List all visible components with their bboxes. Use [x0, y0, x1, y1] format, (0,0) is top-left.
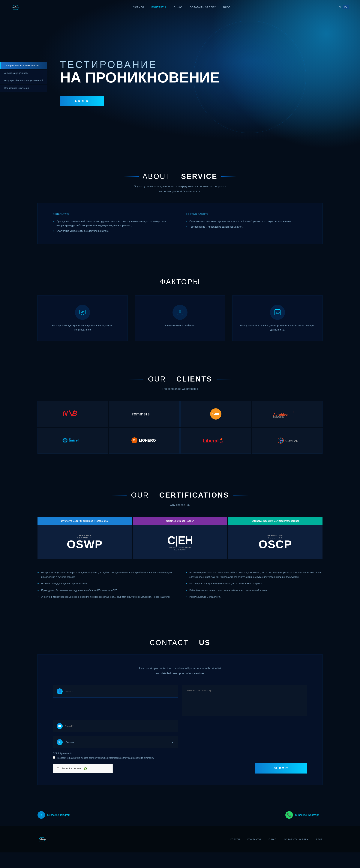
email-input[interactable]: [65, 725, 174, 727]
nav-item-blog[interactable]: БЛОГ: [223, 6, 231, 9]
factor-icon-3: [270, 305, 285, 320]
nav-item-order[interactable]: ОСТАВИТЬ ЗАЯВКУ: [190, 6, 216, 9]
certs-deco-right: [234, 495, 248, 495]
submit-button[interactable]: SUBMIT: [255, 764, 307, 774]
cert-point-left-4: Участие в международных соревнованиях по…: [37, 595, 174, 599]
recaptcha-box[interactable]: I'm not a human ♻️: [53, 764, 113, 773]
cert-oscp-body: OFFENSIVE° SECURITY OSCP: [228, 525, 323, 559]
sidebar-item-analysis[interactable]: Анализ защищённости: [0, 69, 47, 77]
nav-item-contacts[interactable]: КОНТАКТЫ: [151, 6, 166, 9]
svg-text:AWILLIX: AWILLIX: [39, 839, 46, 841]
cert-card-ceh: Certified Ethical Hacker C|EH Certified …: [133, 517, 227, 559]
cert-oswp-content: OFFENSIVE° SECURITY OSWP: [67, 534, 102, 550]
footer-nav-contacts[interactable]: КОНТАКТЫ: [247, 838, 261, 841]
sidebar-item-social[interactable]: Социальная инженерия: [0, 85, 47, 92]
name-icon: 👤: [57, 688, 63, 694]
cert-point-left-2: Наличие международных сертификатов: [37, 581, 174, 586]
clients-deco-left: [128, 379, 144, 379]
footer-nav-about[interactable]: О НАС: [269, 838, 276, 841]
about-columns: РЕЗУЛЬТАТ: Проведение фишинговой атаки н…: [53, 213, 307, 235]
hero-section: Тестирование на проникновение Анализ защ…: [0, 0, 360, 154]
clients-deco-right: [216, 379, 232, 379]
lang-ru-btn[interactable]: РУ: [343, 5, 349, 9]
cert-ceh-body: C|EH Certified Ethical HackerEC-Council: [133, 525, 227, 559]
footer-nav-order[interactable]: ОСТАВИТЬ ЗАЯВКУ: [284, 838, 308, 841]
gdpr-label: GDPR Agreement *: [53, 752, 72, 755]
social-section: ✈ Subscribe Telegram › 📞 Subscribe Whats…: [0, 804, 360, 826]
footer: AWILLIX УСЛУГИ КОНТАКТЫ О НАС ОСТАВИТЬ З…: [0, 826, 360, 852]
name-input[interactable]: [65, 690, 174, 693]
gdpr-section: GDPR Agreement * I consent to having thi…: [53, 752, 307, 760]
client-card-aerohive: Aerohive ✦ NETWORKS: [252, 401, 323, 427]
service-select[interactable]: Service Тестирование на проникновение Ан…: [65, 741, 174, 744]
factors-grid: Если организация хранит конфиденциальные…: [37, 295, 323, 341]
nav-item-about[interactable]: О НАС: [174, 6, 182, 9]
footer-nav-services[interactable]: УСЛУГИ: [230, 838, 240, 841]
factor-card-1: Если организация хранит конфиденциальные…: [37, 295, 127, 341]
certs-info: Не просто запускаем сканеры и выдаём рез…: [37, 570, 323, 601]
cert-oscp-top: OFFENSIVE°: [259, 534, 292, 536]
whatsapp-arrow: ›: [322, 813, 323, 816]
composition-item-1: Согласование списка атакуемых пользовате…: [186, 219, 307, 223]
certs-header: OUR CERTIFICATIONS Why choose us?: [37, 491, 323, 507]
recaptcha-label: I'm not a human: [62, 767, 81, 770]
factor-card-2: Наличие личного кабинета: [135, 295, 225, 341]
telegram-label: Subscribe Telegram: [47, 813, 70, 816]
contact-header: CONTACT US: [37, 639, 323, 647]
certs-right-list: Возможно рассказать о таком типе киберат…: [186, 570, 323, 601]
factors-heading: ФАКТОРЫ: [160, 278, 200, 286]
gdpr-text: I consent to having this website store m…: [57, 756, 154, 760]
message-input[interactable]: [186, 689, 303, 712]
svg-rect-10: [276, 312, 277, 313]
svg-text:N: N: [63, 409, 68, 417]
cert-oswp-body: OFFENSIVE° SECURITY OSWP: [37, 525, 132, 559]
cert-oscp-header: Offensive Security Certified Professiona…: [228, 517, 323, 525]
telegram-link[interactable]: ✈ Subscribe Telegram ›: [37, 811, 73, 819]
certs-heading: OUR CERTIFICATIONS: [131, 491, 229, 499]
client-card-liberal: Liberal 🍁 .ca: [180, 428, 251, 454]
gdpr-checkbox[interactable]: [53, 756, 55, 759]
order-button[interactable]: ORDER: [60, 96, 104, 106]
about-heading-bold: SERVICE: [181, 173, 217, 181]
svg-text:.ca: .ca: [219, 440, 223, 443]
contact-form-wrapper: Use our simple contact form and we will …: [37, 654, 323, 785]
lang-en-btn[interactable]: EN: [337, 6, 341, 8]
cert-oswp-header: Offensive Security Wireless Professional: [37, 517, 132, 525]
name-field-wrapper: 👤: [53, 685, 178, 698]
whatsapp-link[interactable]: 📞 Subscribe Whatsapp ›: [286, 811, 323, 819]
nav-right: EN РУ: [337, 5, 349, 9]
client-card-gulf: Gulf: [180, 401, 251, 427]
telegram-arrow: ›: [72, 813, 73, 816]
recaptcha-checkbox[interactable]: [57, 767, 59, 770]
about-section: ABOUT SERVICE Оценка уровня осведомлённо…: [0, 154, 360, 263]
client-logo-gulf: Gulf: [210, 408, 221, 420]
factor-text-1: Если организация хранит конфиденциальные…: [43, 323, 122, 332]
client-card-nb: N B: [37, 401, 108, 427]
clients-subtitle: The companies we protected: [37, 386, 323, 391]
about-content: РЕЗУЛЬТАТ: Проведение фишинговой атаки н…: [37, 203, 323, 244]
svg-rect-11: [278, 312, 279, 313]
footer-nav-blog[interactable]: БЛОГ: [316, 838, 323, 841]
factor-text-3: Если у вас есть страницы, в которые поль…: [238, 323, 317, 332]
factor-icon-2: [173, 305, 187, 320]
about-col-composition: СОСТАВ РАБОТ: Согласование списка атакуе…: [186, 213, 307, 235]
sidebar-item-pentest[interactable]: Тестирование на проникновение: [0, 62, 47, 69]
client-logo-aerohive: Aerohive ✦ NETWORKS: [272, 410, 302, 418]
composition-title: СОСТАВ РАБОТ:: [186, 213, 307, 215]
factors-deco-right: [204, 282, 219, 282]
footer-logo[interactable]: AWILLIX: [37, 836, 53, 843]
deco-line-right: [221, 177, 236, 177]
svg-text:COMPANY: COMPANY: [286, 439, 299, 442]
gdpr-label-checkbox[interactable]: I consent to having this website store m…: [53, 756, 307, 760]
client-card-unicef: unicef 🌐: [37, 428, 108, 454]
svg-point-31: [280, 440, 281, 441]
contact-heading: CONTACT US: [150, 639, 210, 647]
svg-point-7: [179, 311, 181, 312]
nav-item-services[interactable]: УСЛУГИ: [133, 6, 144, 9]
about-header: ABOUT SERVICE Оценка уровня осведомлённо…: [37, 173, 323, 194]
logo[interactable]: AWILLIX: [11, 3, 26, 11]
clients-section: OUR CLIENTS The companies we protected N…: [0, 356, 360, 472]
clients-header: OUR CLIENTS The companies we protected: [37, 375, 323, 391]
cert-point-right-3: Кибербезопасность не только наша работа …: [186, 588, 323, 592]
sidebar-item-monitoring[interactable]: Регулярный мониторинг уязвимостей: [0, 77, 47, 84]
